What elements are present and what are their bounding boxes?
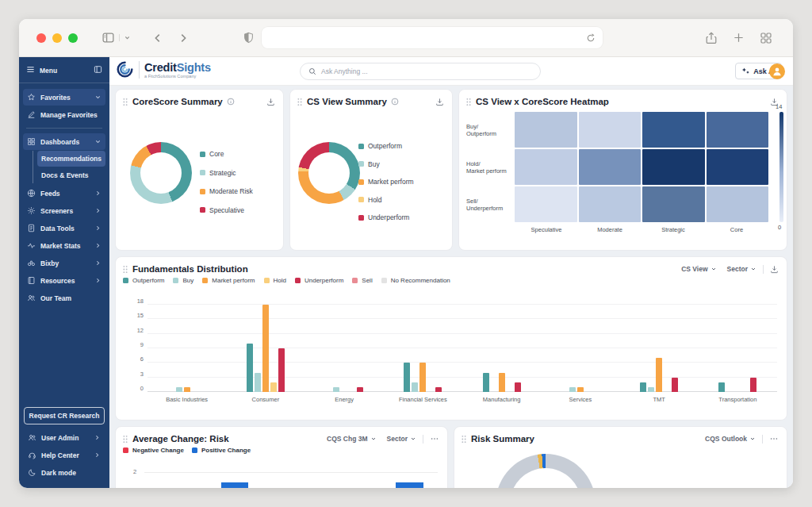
sidebar-footer-help-center[interactable]: Help Center: [24, 447, 105, 463]
download-icon[interactable]: [266, 98, 275, 106]
download-icon[interactable]: [435, 98, 444, 106]
heatmap-cell-buy-outperform-speculative[interactable]: [515, 112, 577, 148]
collapse-sidebar-icon[interactable]: [94, 65, 102, 75]
positive-change-bar[interactable]: [221, 482, 248, 488]
sidebar-item-manage-favorites[interactable]: Manage Favorites: [23, 106, 105, 123]
heatmap-cell-sell-underperform-strategic[interactable]: [642, 186, 705, 222]
risk-summary-donut-chart: [496, 454, 596, 488]
sidebar-item-our-team[interactable]: Our Team: [23, 290, 105, 306]
drag-handle-icon[interactable]: [122, 435, 128, 444]
bar-financial-services-buy[interactable]: [412, 382, 418, 392]
sidebar-footer-dark-mode[interactable]: Dark mode: [24, 464, 105, 481]
bar-services-buy[interactable]: [569, 387, 576, 392]
sidebar-item-favorites[interactable]: Favorites: [23, 89, 105, 106]
sidebar-item-screeners[interactable]: Screeners: [23, 202, 105, 219]
info-icon[interactable]: [391, 98, 399, 106]
moon-icon: [28, 468, 36, 477]
user-avatar[interactable]: [769, 63, 785, 79]
heatmap-cell-buy-outperform-moderate[interactable]: [579, 112, 642, 148]
bar-transportation-underperform[interactable]: [750, 378, 756, 392]
heatmap-cell-hold-market-perform-moderate[interactable]: [579, 149, 642, 185]
sector-dropdown[interactable]: Sector: [727, 265, 756, 273]
bar-energy-underperform[interactable]: [357, 387, 363, 392]
drag-handle-icon[interactable]: [465, 98, 472, 106]
bar-tmt-market-perform[interactable]: [656, 358, 662, 392]
sidebar-item-label: Data Tools: [40, 225, 90, 232]
sidebar-item-recommendations[interactable]: Recommendations: [37, 151, 105, 167]
bar-consumer-outperform[interactable]: [247, 344, 253, 392]
bar-group-consumer: Consumer: [226, 305, 304, 392]
bar-tmt-buy[interactable]: [648, 387, 654, 392]
back-icon[interactable]: [152, 33, 163, 44]
forward-icon[interactable]: [178, 33, 189, 44]
legend-label: Buy: [368, 160, 380, 168]
colorbar-max-label: 14: [776, 103, 782, 110]
bar-energy-buy[interactable]: [333, 387, 339, 392]
request-cr-research-button[interactable]: Request CR Research: [24, 407, 105, 424]
minimize-window-button[interactable]: [52, 33, 62, 43]
close-window-button[interactable]: [36, 33, 46, 43]
reload-icon[interactable]: [586, 33, 596, 43]
bar-manufacturing-underperform[interactable]: [515, 382, 521, 392]
sidebar-item-dashboards[interactable]: Dashboards: [23, 133, 105, 150]
bar-manufacturing-outperform[interactable]: [483, 373, 489, 392]
bar-consumer-hold[interactable]: [270, 382, 277, 392]
new-tab-icon[interactable]: [733, 32, 745, 44]
bar-tmt-outperform[interactable]: [640, 382, 646, 392]
cqs-outlook-dropdown[interactable]: CQS Outlook: [705, 435, 756, 443]
panel-fundamentals-distribution: Fundamentals Distribution CS View Sector…: [115, 256, 787, 421]
bar-transportation-outperform[interactable]: [718, 382, 725, 392]
sidebar-item-docs-events[interactable]: Docs & Events: [37, 167, 105, 183]
sector-dropdown[interactable]: Sector: [387, 435, 416, 443]
drag-handle-icon[interactable]: [122, 265, 128, 274]
sidebar-item-market-stats[interactable]: Market Stats: [23, 237, 105, 254]
search-input[interactable]: Ask Anything ...: [300, 63, 541, 80]
bar-basic-industries-market-perform[interactable]: [184, 387, 190, 392]
bar-basic-industries-buy[interactable]: [176, 387, 182, 392]
csview-donut-chart: [298, 142, 360, 204]
drag-handle-icon[interactable]: [297, 98, 303, 106]
drag-handle-icon[interactable]: [461, 435, 467, 444]
cs-view-dropdown[interactable]: CS View: [681, 265, 716, 273]
heatmap-cell-hold-market-perform-speculative[interactable]: [515, 149, 577, 185]
tab-overview-icon[interactable]: [760, 32, 772, 44]
bar-consumer-buy[interactable]: [255, 373, 261, 392]
bar-financial-services-underperform[interactable]: [435, 387, 442, 392]
heatmap-cell-buy-outperform-core[interactable]: [707, 112, 769, 148]
bar-financial-services-outperform[interactable]: [404, 363, 410, 392]
heatmap-cell-hold-market-perform-core[interactable]: [707, 149, 769, 185]
address-bar[interactable]: [262, 27, 603, 48]
shield-icon[interactable]: [243, 32, 255, 44]
drag-handle-icon[interactable]: [122, 98, 128, 106]
heatmap-cell-sell-underperform-speculative[interactable]: [515, 186, 577, 222]
bar-manufacturing-market-perform[interactable]: [499, 373, 505, 392]
zoom-window-button[interactable]: [68, 33, 78, 43]
sidebar-toggle-icon[interactable]: [102, 31, 115, 44]
bar-financial-services-market-perform[interactable]: [419, 363, 426, 392]
bar-services-market-perform[interactable]: [577, 387, 584, 392]
sidebar-footer-user-admin[interactable]: User Admin: [24, 429, 105, 446]
browser-window: Menu FavoritesManage FavoritesDashboards…: [19, 19, 793, 488]
bar-consumer-underperform[interactable]: [278, 348, 285, 392]
heatmap-cell-sell-underperform-moderate[interactable]: [579, 186, 642, 222]
heatmap-cell-sell-underperform-core[interactable]: [707, 186, 769, 222]
heatmap-cell-hold-market-perform-strategic[interactable]: [642, 149, 705, 185]
sidebar-item-feeds[interactable]: Feeds: [23, 185, 105, 202]
sidebar-item-resources[interactable]: Resources: [23, 272, 105, 289]
info-icon[interactable]: [227, 98, 235, 106]
sidebar-item-bixby[interactable]: Bixby: [23, 255, 105, 271]
legend-swatch: [381, 278, 387, 283]
bar-group-manufacturing: Manufacturing: [462, 305, 541, 392]
positive-change-bar[interactable]: [396, 482, 423, 488]
chevron-down-icon[interactable]: [119, 34, 131, 41]
sidebar-item-data-tools[interactable]: Data Tools: [23, 220, 105, 236]
bar-tmt-underperform[interactable]: [672, 378, 678, 392]
bar-consumer-market-perform[interactable]: [262, 305, 269, 392]
download-icon[interactable]: [770, 265, 779, 274]
more-options-icon[interactable]: [769, 434, 779, 444]
more-options-icon[interactable]: [430, 434, 439, 444]
heatmap-cell-buy-outperform-strategic[interactable]: [642, 112, 705, 148]
hamburger-menu-icon[interactable]: [26, 65, 35, 75]
cqs-chg-3m-dropdown[interactable]: CQS Chg 3M: [327, 435, 376, 443]
share-icon[interactable]: [705, 32, 718, 44]
